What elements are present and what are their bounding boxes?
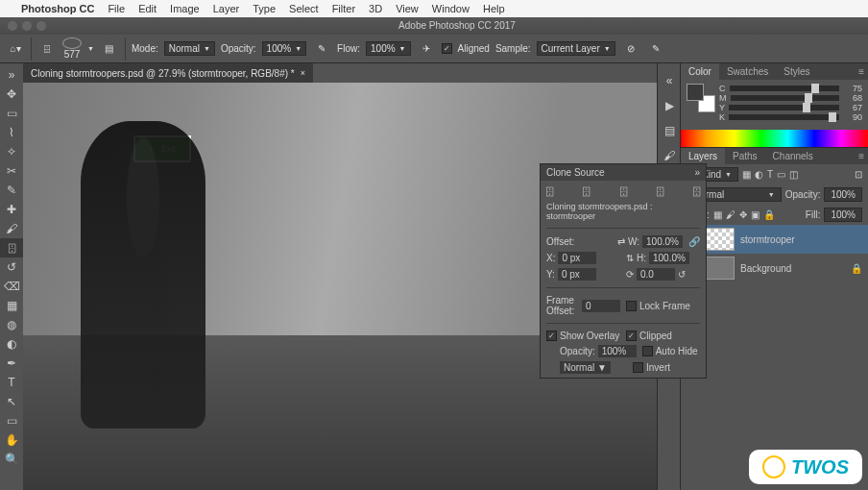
blend-mode-dropdown[interactable]: Normal▼ (164, 41, 215, 56)
reset-transform-icon[interactable]: ↺ (678, 269, 686, 280)
lock-position-icon[interactable]: ✥ (739, 209, 747, 220)
tab-color[interactable]: Color (681, 63, 719, 80)
history-panel-icon[interactable]: ▶ (658, 94, 681, 117)
tab-channels[interactable]: Channels (765, 148, 821, 164)
clone-source-panel[interactable]: Clone Source » ⌹ ⌹ ⌹ ⌹ ⌹ Cloning stormtr… (540, 163, 707, 379)
type-tool-icon[interactable]: T (0, 373, 23, 392)
foreground-color-icon[interactable] (687, 84, 704, 101)
dodge-tool-icon[interactable]: ◐ (0, 334, 23, 354)
flip-v-icon[interactable]: ⇅ (626, 253, 634, 263)
blur-tool-icon[interactable]: ◍ (0, 315, 23, 334)
width-field[interactable]: 100.0% (642, 235, 683, 248)
auto-hide-checkbox[interactable] (642, 346, 653, 356)
rotation-field[interactable]: 0.0 (637, 268, 675, 281)
layer-item[interactable]: 👁 stormtrooper (681, 225, 868, 254)
ignore-adjustment-icon[interactable]: ⊘ (621, 40, 640, 58)
expand-strip-icon[interactable]: « (658, 69, 681, 92)
layer-item[interactable]: 👁 Background 🔒 (681, 254, 868, 282)
clone-stamp-tool-icon[interactable]: ⌹ (0, 238, 23, 257)
clone-source-2-icon[interactable]: ⌹ (583, 184, 590, 198)
layer-thumbnail[interactable] (706, 228, 735, 251)
menu-layer[interactable]: Layer (213, 3, 240, 14)
clone-source-4-icon[interactable]: ⌹ (657, 184, 663, 198)
zoom-tool-icon[interactable]: 🔍 (0, 450, 23, 469)
tab-styles[interactable]: Styles (776, 63, 817, 80)
pressure-opacity-icon[interactable]: ✎ (312, 40, 331, 58)
crop-tool-icon[interactable]: ✂ (0, 161, 23, 181)
brush-preview-icon[interactable] (62, 37, 82, 49)
quick-select-tool-icon[interactable]: ✧ (0, 142, 23, 161)
actions-panel-icon[interactable]: ▤ (658, 119, 681, 142)
lock-transparency-icon[interactable]: ▦ (713, 209, 722, 220)
clone-source-5-icon[interactable]: ⌹ (693, 184, 700, 198)
healing-tool-icon[interactable]: ✚ (0, 200, 23, 219)
close-tab-icon[interactable]: × (301, 68, 305, 78)
aligned-checkbox[interactable]: ✓ (442, 43, 452, 54)
panel-menu-icon[interactable]: ≡ (851, 63, 868, 80)
airbrush-icon[interactable]: ✈ (417, 40, 436, 58)
lock-frame-checkbox[interactable] (626, 301, 637, 311)
menu-filter[interactable]: Filter (332, 3, 355, 14)
filter-toggle-icon[interactable]: ⊡ (855, 169, 862, 180)
home-icon[interactable]: ⌂▾ (6, 40, 25, 58)
invert-checkbox[interactable] (633, 362, 643, 373)
lasso-tool-icon[interactable]: ⌇ (0, 123, 23, 142)
filter-shape-icon[interactable]: ▭ (777, 169, 785, 180)
menu-view[interactable]: View (396, 3, 419, 14)
menu-type[interactable]: Type (253, 3, 276, 14)
overlay-opacity-field[interactable]: 100% (598, 345, 637, 357)
path-select-tool-icon[interactable]: ↖ (0, 392, 23, 411)
y-slider[interactable]: Y 67 (719, 103, 862, 112)
history-brush-tool-icon[interactable]: ↺ (0, 257, 23, 277)
menu-image[interactable]: Image (170, 3, 200, 14)
k-slider[interactable]: K 90 (719, 112, 862, 122)
height-field[interactable]: 100.0% (649, 252, 689, 264)
show-overlay-checkbox[interactable]: ✓ (546, 331, 557, 341)
flip-h-icon[interactable]: ⇄ (617, 236, 625, 247)
panel-menu-icon[interactable]: ≡ (851, 148, 868, 164)
fill-field[interactable]: 100% (824, 208, 862, 222)
marquee-tool-icon[interactable]: ▭ (0, 104, 23, 123)
opacity-field[interactable]: 100%▼ (262, 41, 307, 56)
layer-thumbnail[interactable] (706, 257, 735, 280)
brush-panel-icon[interactable]: ▤ (100, 40, 119, 58)
eraser-tool-icon[interactable]: ⌫ (0, 277, 23, 296)
hand-tool-icon[interactable]: ✋ (0, 430, 23, 450)
pen-tool-icon[interactable]: ✒ (0, 354, 23, 373)
toolbar-collapse-icon[interactable]: » (0, 65, 23, 85)
clone-source-1-icon[interactable]: ⌹ (546, 184, 553, 198)
eyedropper-tool-icon[interactable]: ✎ (0, 181, 23, 200)
tab-layers[interactable]: Layers (681, 148, 725, 164)
move-tool-icon[interactable]: ✥ (0, 85, 23, 104)
shape-tool-icon[interactable]: ▭ (0, 411, 23, 430)
clone-source-3-icon[interactable]: ⌹ (620, 184, 627, 198)
link-icon[interactable]: 🔗 (688, 236, 700, 247)
menu-3d[interactable]: 3D (369, 3, 382, 14)
document-tab[interactable]: Cloning stormtroopers.psd @ 27.9% (storm… (23, 63, 313, 83)
layer-opacity-field[interactable]: 100% (824, 187, 862, 202)
lock-pixels-icon[interactable]: 🖌 (726, 209, 735, 220)
filter-type-icon[interactable]: T (767, 169, 773, 180)
lock-artboard-icon[interactable]: ▣ (751, 209, 760, 220)
menu-file[interactable]: File (108, 3, 125, 14)
menu-select[interactable]: Select (289, 3, 319, 14)
close-window-icon[interactable] (8, 21, 17, 31)
overlay-mode-dropdown[interactable]: Normal ▼ (560, 361, 611, 374)
filter-adjustment-icon[interactable]: ◐ (755, 169, 763, 180)
x-offset-field[interactable]: 0 px (558, 252, 596, 264)
color-swatch[interactable] (687, 84, 715, 112)
collapse-panel-icon[interactable]: » (694, 167, 700, 178)
clone-stamp-tool-icon[interactable]: ⌹ (37, 40, 57, 58)
brush-tool-icon[interactable]: 🖌 (0, 219, 23, 238)
frame-offset-field[interactable]: 0 (582, 300, 620, 312)
pressure-size-icon[interactable]: ✎ (646, 40, 665, 58)
clipped-checkbox[interactable]: ✓ (626, 331, 637, 341)
zoom-window-icon[interactable] (36, 21, 46, 31)
minimize-window-icon[interactable] (22, 21, 32, 31)
menu-window[interactable]: Window (432, 3, 470, 14)
tab-swatches[interactable]: Swatches (719, 63, 776, 80)
tab-paths[interactable]: Paths (725, 148, 765, 164)
m-slider[interactable]: M 68 (719, 93, 862, 103)
app-menu[interactable]: Photoshop CC (21, 3, 94, 14)
gradient-tool-icon[interactable]: ▦ (0, 296, 23, 315)
